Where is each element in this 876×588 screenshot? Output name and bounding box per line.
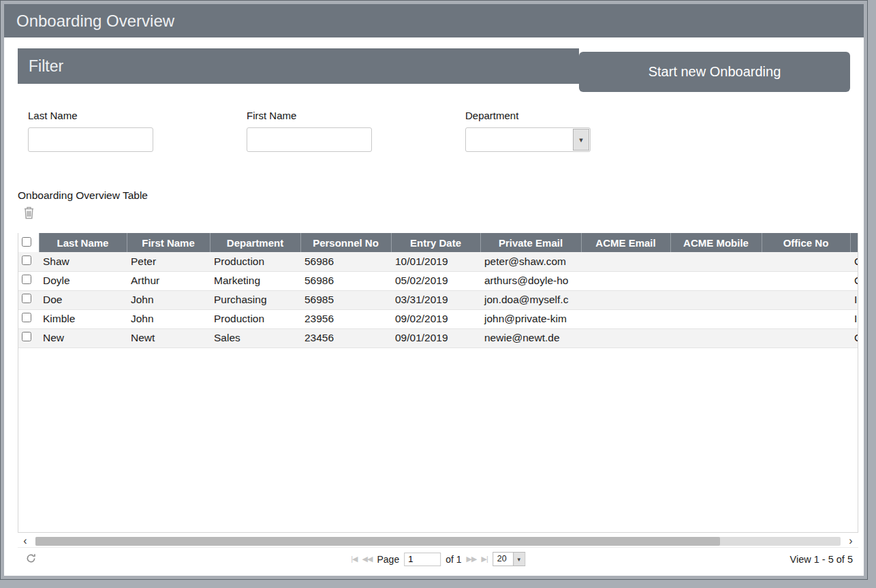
- table-row[interactable]: ShawPeterProduction5698610/01/2019peter@…: [18, 252, 858, 271]
- col-header-first-name[interactable]: First Name: [127, 233, 210, 252]
- row-checkbox[interactable]: [22, 256, 31, 265]
- cell-private-email[interactable]: john@private-kim: [480, 309, 581, 328]
- cell-personnel-no[interactable]: 56985: [300, 290, 391, 309]
- cell-status[interactable]: C: [850, 328, 858, 347]
- cell-status[interactable]: C: [850, 271, 858, 290]
- cell-entry-date[interactable]: 09/02/2019: [391, 309, 480, 328]
- cell-acme-email[interactable]: [581, 271, 670, 290]
- row-checkbox[interactable]: [22, 275, 31, 284]
- department-label: Department: [465, 110, 591, 121]
- page-number-input[interactable]: [404, 553, 441, 566]
- cell-acme-mobile[interactable]: [670, 328, 762, 347]
- cell-office-no[interactable]: [762, 290, 850, 309]
- cell-private-email[interactable]: newie@newt.de: [480, 328, 581, 347]
- row-checkbox[interactable]: [22, 294, 31, 303]
- cell-entry-date[interactable]: 05/02/2019: [391, 271, 480, 290]
- select-all-checkbox[interactable]: [22, 237, 31, 247]
- cell-acme-email[interactable]: [581, 328, 670, 347]
- onboarding-grid: Last Name First Name Department Personne…: [18, 233, 858, 570]
- page-count-label: of 1: [445, 554, 461, 565]
- cell-acme-mobile[interactable]: [670, 271, 762, 290]
- page-size-value: 20: [493, 553, 513, 566]
- cell-last-name[interactable]: Shaw: [39, 252, 127, 271]
- cell-office-no[interactable]: [762, 328, 850, 347]
- cell-last-name[interactable]: New: [39, 328, 127, 347]
- col-header-acme-email[interactable]: ACME Email: [581, 233, 670, 252]
- reload-button[interactable]: [26, 553, 36, 566]
- scroll-right-icon[interactable]: ›: [843, 536, 858, 546]
- table-caption: Onboarding Overview Table: [18, 189, 850, 202]
- cell-acme-email[interactable]: [581, 309, 670, 328]
- department-select[interactable]: ▾: [465, 127, 591, 152]
- cell-last-name[interactable]: Kimble: [39, 309, 127, 328]
- cell-first-name[interactable]: John: [127, 309, 210, 328]
- cell-department[interactable]: Production: [210, 309, 300, 328]
- cell-acme-mobile[interactable]: [670, 309, 762, 328]
- cell-acme-mobile[interactable]: [670, 290, 762, 309]
- row-checkbox[interactable]: [22, 313, 31, 322]
- cell-personnel-no[interactable]: 23456: [300, 328, 391, 347]
- next-page-icon[interactable]: ▶▶: [467, 555, 477, 563]
- cell-department[interactable]: Sales: [210, 328, 300, 347]
- cell-last-name[interactable]: Doe: [39, 290, 127, 309]
- cell-department[interactable]: Purchasing: [210, 290, 300, 309]
- row-checkbox-cell: [18, 309, 39, 328]
- cell-acme-email[interactable]: [581, 290, 670, 309]
- cell-private-email[interactable]: jon.doa@myself.c: [480, 290, 581, 309]
- cell-entry-date[interactable]: 09/01/2019: [391, 328, 480, 347]
- cell-personnel-no[interactable]: 56986: [300, 271, 391, 290]
- table-row[interactable]: KimbleJohnProduction2395609/02/2019john@…: [18, 309, 858, 328]
- chevron-down-icon[interactable]: ▾: [573, 129, 589, 151]
- col-header-office-no[interactable]: Office No: [762, 233, 850, 252]
- cell-status[interactable]: In: [850, 290, 858, 309]
- cell-office-no[interactable]: [762, 271, 850, 290]
- cell-last-name[interactable]: Doyle: [39, 271, 127, 290]
- cell-entry-date[interactable]: 03/31/2019: [391, 290, 480, 309]
- view-range-info: View 1 - 5 of 5: [790, 554, 853, 565]
- prev-page-icon[interactable]: ◀◀: [362, 555, 373, 563]
- cell-personnel-no[interactable]: 23956: [300, 309, 391, 328]
- col-header-last-name[interactable]: Last Name: [39, 233, 127, 252]
- first-page-icon[interactable]: |◀: [351, 555, 357, 563]
- start-new-onboarding-button[interactable]: Start new Onboarding: [579, 52, 850, 92]
- col-header-acme-mobile[interactable]: ACME Mobile: [670, 233, 762, 252]
- app-window: Onboarding Overview Filter Start new Onb…: [4, 4, 864, 576]
- cell-private-email[interactable]: arthurs@doyle-ho: [480, 271, 581, 290]
- table-row[interactable]: DoyleArthurMarketing5698605/02/2019arthu…: [18, 271, 858, 290]
- cell-first-name[interactable]: Arthur: [127, 271, 210, 290]
- cell-status[interactable]: In: [850, 309, 858, 328]
- table-row[interactable]: DoeJohnPurchasing5698503/31/2019jon.doa@…: [18, 290, 858, 309]
- cell-first-name[interactable]: Newt: [127, 328, 210, 347]
- cell-acme-email[interactable]: [581, 252, 670, 271]
- cell-entry-date[interactable]: 10/01/2019: [391, 252, 480, 271]
- cell-office-no[interactable]: [762, 252, 850, 271]
- row-checkbox-cell: [18, 252, 39, 271]
- table-row[interactable]: NewNewtSales2345609/01/2019newie@newt.de…: [18, 328, 858, 347]
- cell-status[interactable]: C: [850, 252, 858, 271]
- first-name-input[interactable]: [247, 127, 372, 152]
- col-header-private-email[interactable]: Private Email: [480, 233, 581, 252]
- cell-office-no[interactable]: [762, 309, 850, 328]
- cell-acme-mobile[interactable]: [670, 252, 762, 271]
- horizontal-scrollbar: ‹ ›: [18, 535, 858, 547]
- row-checkbox-cell: [18, 290, 39, 309]
- col-header-personnel-no[interactable]: Personnel No: [300, 233, 391, 252]
- scrollbar-thumb[interactable]: [35, 537, 720, 546]
- delete-selected-button[interactable]: [23, 206, 850, 221]
- cell-first-name[interactable]: Peter: [127, 252, 210, 271]
- row-checkbox[interactable]: [22, 332, 31, 341]
- page-size-select[interactable]: 20 ▾: [492, 552, 525, 566]
- scroll-left-icon[interactable]: ‹: [18, 536, 33, 546]
- cell-department[interactable]: Marketing: [210, 271, 300, 290]
- cell-department[interactable]: Production: [210, 252, 300, 271]
- cell-personnel-no[interactable]: 56986: [300, 252, 391, 271]
- cell-private-email[interactable]: peter@shaw.com: [480, 252, 581, 271]
- scrollbar-track[interactable]: [35, 537, 841, 546]
- last-name-input[interactable]: [28, 127, 153, 152]
- filter-fields: Last Name First Name Department ▾: [18, 110, 850, 152]
- col-header-department[interactable]: Department: [210, 233, 300, 252]
- cell-first-name[interactable]: John: [127, 290, 210, 309]
- col-header-status[interactable]: C: [850, 233, 858, 252]
- last-page-icon[interactable]: ▶|: [481, 555, 487, 563]
- col-header-entry-date[interactable]: Entry Date: [391, 233, 480, 252]
